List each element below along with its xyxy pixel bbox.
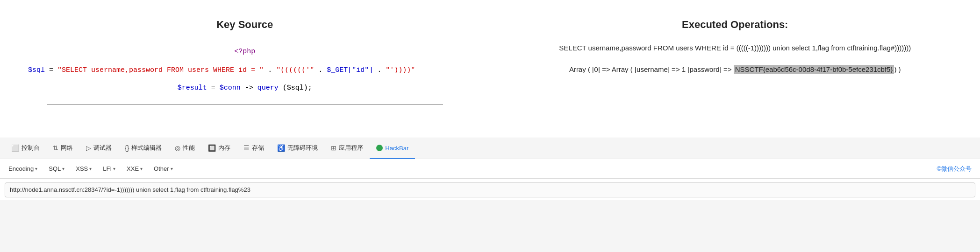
memory-icon: 🔲	[208, 144, 216, 152]
other-chevron-icon: ▾	[171, 166, 173, 171]
hackbar-toolbar: Encoding ▾ SQL ▾ XSS ▾ LFI ▾ XXE ▾ Other…	[0, 159, 980, 179]
tab-accessibility[interactable]: ♿ 无障碍环境	[271, 138, 324, 159]
left-panel: Key Source <?php $sql = "SELECT username…	[0, 9, 490, 128]
debugger-label: 调试器	[93, 144, 112, 152]
network-icon: ⇅	[53, 144, 58, 152]
conn-var: $conn	[220, 84, 241, 92]
code-block: <?php $sql = "SELECT username,password F…	[28, 45, 462, 95]
hackbar-label: HackBar	[385, 145, 408, 152]
storage-label: 存储	[252, 144, 264, 152]
accessibility-label: 无障碍环境	[287, 144, 318, 152]
tab-performance[interactable]: ◎ 性能	[168, 138, 201, 159]
application-icon: ⊞	[331, 144, 336, 152]
sql-chevron-icon: ▾	[62, 166, 64, 171]
performance-label: 性能	[183, 144, 195, 152]
tab-network[interactable]: ⇅ 网络	[46, 138, 79, 159]
query-arg: ($sql);	[283, 84, 312, 92]
code-line-2: $result = $conn -> query ($sql);	[28, 81, 462, 95]
lfi-button[interactable]: LFI ▾	[98, 163, 120, 174]
tab-debugger[interactable]: ▷ 调试器	[79, 138, 118, 159]
lfi-label: LFI	[103, 165, 112, 172]
result-suffix: ) )	[894, 65, 901, 73]
other-label: Other	[154, 165, 169, 172]
url-input[interactable]	[5, 182, 975, 197]
other-button[interactable]: Other ▾	[149, 163, 178, 174]
tab-storage[interactable]: ☰ 存储	[237, 138, 271, 159]
dot3: .	[377, 66, 381, 74]
xxe-label: XXE	[127, 165, 139, 172]
console-label: 控制台	[21, 144, 40, 152]
xss-button[interactable]: XSS ▾	[71, 163, 96, 174]
copyright-text: ©微信公众号	[937, 165, 976, 173]
flag-value: NSSCTF{eab6d56c-00d8-4f17-bf0b-5efce231c…	[734, 65, 894, 74]
style-label: 样式编辑器	[131, 144, 162, 152]
query-func: query	[258, 84, 279, 92]
right-panel: Executed Operations: SELECT username,pas…	[490, 9, 980, 128]
encoding-label: Encoding	[8, 165, 34, 172]
accessibility-icon: ♿	[277, 144, 285, 152]
storage-icon: ☰	[243, 144, 250, 152]
url-bar	[0, 179, 980, 200]
sql-label: SQL	[49, 165, 61, 172]
xss-chevron-icon: ▾	[89, 166, 92, 171]
equals-sign: =	[49, 66, 57, 74]
tab-console[interactable]: ⬜ 控制台	[5, 138, 46, 159]
hackbar-dot-icon	[376, 145, 383, 151]
var-sql: $sql	[28, 66, 45, 74]
left-panel-title: Key Source	[28, 19, 462, 31]
console-icon: ⬜	[11, 144, 19, 152]
performance-icon: ◎	[175, 144, 180, 152]
tab-memory[interactable]: 🔲 内存	[201, 138, 237, 159]
paren-open: "(((((('"	[276, 66, 314, 74]
memory-label: 内存	[218, 144, 230, 152]
network-label: 网络	[61, 144, 73, 152]
dot-concat: .	[268, 66, 272, 74]
get-var: $_GET["id"]	[327, 66, 373, 74]
tab-style-editor[interactable]: {} 样式编辑器	[118, 138, 168, 159]
php-tag: <?php	[28, 45, 462, 59]
exec-result: Array ( [0] => Array ( [username] => 1 […	[518, 63, 952, 76]
xss-label: XSS	[76, 165, 88, 172]
debugger-icon: ▷	[86, 144, 91, 152]
result-prefix: Array ( [0] => Array ( [username] => 1 […	[569, 65, 734, 73]
sql-string: "SELECT username,password FROM users WHE…	[57, 66, 264, 74]
xxe-button[interactable]: XXE ▾	[122, 163, 147, 174]
exec-title: Executed Operations:	[518, 19, 952, 31]
code-divider	[47, 105, 443, 105]
devtools-bar: ⬜ 控制台 ⇅ 网络 ▷ 调试器 {} 样式编辑器 ◎ 性能 🔲 内存 ☰ 存储…	[0, 138, 980, 159]
encoding-chevron-icon: ▾	[35, 166, 37, 171]
code-line-1: $sql = "SELECT username,password FROM us…	[28, 63, 462, 77]
eq2: =	[211, 84, 220, 92]
arrow: ->	[245, 84, 253, 92]
paren-close: "'))))"	[386, 66, 415, 74]
dot2: .	[318, 66, 322, 74]
style-icon: {}	[125, 144, 129, 152]
application-label: 应用程序	[339, 144, 363, 152]
result-var: $result	[178, 84, 207, 92]
encoding-button[interactable]: Encoding ▾	[4, 163, 42, 174]
tab-application[interactable]: ⊞ 应用程序	[324, 138, 370, 159]
sql-button[interactable]: SQL ▾	[44, 163, 69, 174]
exec-sql: SELECT username,password FROM users WHER…	[518, 42, 952, 54]
lfi-chevron-icon: ▾	[113, 166, 115, 171]
tab-hackbar[interactable]: HackBar	[370, 138, 415, 159]
xxe-chevron-icon: ▾	[140, 166, 143, 171]
main-content: Key Source <?php $sql = "SELECT username…	[0, 0, 980, 138]
